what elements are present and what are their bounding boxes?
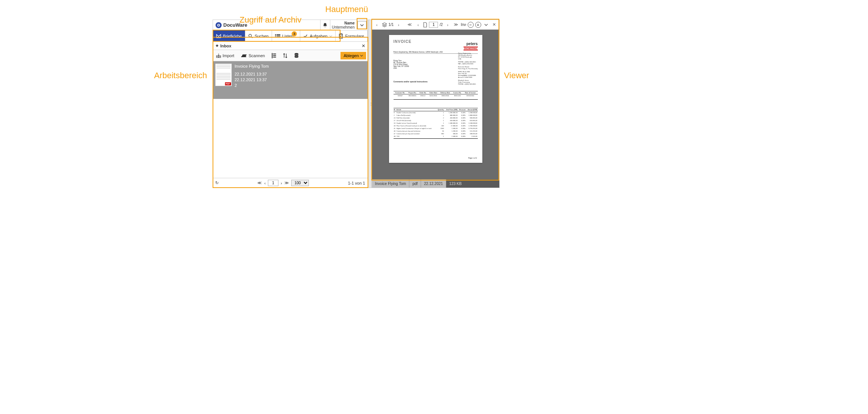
workspace-pane: DocuWare Name Unternehmen Briefkörbe Suc… xyxy=(213,20,368,188)
line-items-table: IDArticleQuantityUnit Price (US$)Discoun… xyxy=(394,108,478,138)
tab-lists[interactable]: Listen 3 xyxy=(272,30,300,41)
index-button[interactable] xyxy=(270,52,278,59)
last-page-button[interactable]: ≫ xyxy=(284,180,289,185)
main-tabs: Briefkörbe Suchen Listen 3 Aufgaben Form… xyxy=(213,30,368,42)
brand-label: DocuWare xyxy=(223,22,248,28)
document-date-2: 22.12.2021 13:37 xyxy=(235,77,269,83)
document-page-count: 2 xyxy=(235,83,269,88)
user-section: Name Unternehmen xyxy=(330,20,356,30)
svg-rect-6 xyxy=(277,34,280,35)
close-inbox-button[interactable]: ✕ xyxy=(362,43,365,49)
top-bar: DocuWare Name Unternehmen xyxy=(213,20,368,30)
next-page-button[interactable]: › xyxy=(281,181,282,185)
main-menu-button[interactable] xyxy=(357,21,366,29)
status-doc-name: Invoice Flying Tom xyxy=(372,179,410,188)
notifications-button[interactable] xyxy=(320,20,330,30)
list-icon xyxy=(275,34,280,38)
import-label: Import xyxy=(223,53,234,58)
tab-tasks[interactable]: Aufgaben xyxy=(300,30,336,41)
inbox-header: ★ Inbox ✕ xyxy=(213,42,368,50)
list-footer: ↻ ≪ ‹ › ≫ 100 1-1 von 1 xyxy=(213,178,368,188)
viewer-page-total: /2 xyxy=(439,23,442,27)
svg-rect-12 xyxy=(340,33,342,35)
viewer-doc-title: Invoice Flying xyxy=(461,23,466,27)
svg-rect-18 xyxy=(273,56,276,57)
chevron-down-icon xyxy=(484,23,488,27)
document-list: PDF Invoice Flying Tom 22.12.2021 13:37 … xyxy=(213,61,368,99)
svg-rect-7 xyxy=(275,35,276,36)
clipboard-icon xyxy=(339,33,343,39)
store-label: Ablegen xyxy=(344,53,359,58)
prev-page-button[interactable]: ‹ xyxy=(264,181,266,185)
annotation-hauptmenu: Hauptmenü xyxy=(325,5,368,14)
database-button[interactable] xyxy=(293,52,300,59)
viewer-pane: ‹ 1/1 › ≪ ‹ /2 › ≫ Invoice Flying − + ✕ … xyxy=(372,20,500,188)
splitter[interactable]: ⋮⋮ xyxy=(368,20,372,188)
scan-button[interactable]: Scannen xyxy=(240,53,266,59)
svg-rect-5 xyxy=(275,34,276,35)
database-icon xyxy=(294,53,299,58)
check-icon xyxy=(303,34,308,38)
tab-trays[interactable]: Briefkörbe xyxy=(213,30,245,41)
viewer-toolbar: ‹ 1/1 › ≪ ‹ /2 › ≫ Invoice Flying − + ✕ xyxy=(372,20,499,30)
viewer-page-input[interactable] xyxy=(429,22,438,28)
svg-line-4 xyxy=(251,36,252,38)
order-info-table: Customer No.Project No.Order No.Order Da… xyxy=(394,91,478,97)
viewer-statusbar: Invoice Flying Tom pdf 22.12.2021 123 KB xyxy=(372,179,499,188)
page-number-input[interactable] xyxy=(268,180,278,186)
zoom-in-button[interactable]: + xyxy=(475,22,481,28)
viewer-menu-button[interactable] xyxy=(483,21,489,28)
svg-rect-9 xyxy=(275,37,276,38)
tab-trays-label: Briefkörbe xyxy=(223,34,242,38)
prev-page-button-viewer[interactable]: ‹ xyxy=(415,21,421,28)
document-metadata: Invoice Flying Tom 22.12.2021 13:37 22.1… xyxy=(235,64,269,88)
logo-icon xyxy=(215,22,222,29)
svg-rect-17 xyxy=(273,55,276,56)
svg-rect-15 xyxy=(272,53,273,58)
next-page-button-viewer[interactable]: › xyxy=(444,21,451,28)
invoice-logo: peters ENGINEERING xyxy=(464,42,477,50)
document-thumbnail[interactable]: PDF xyxy=(215,64,232,86)
scanner-icon xyxy=(241,54,247,58)
user-org: Unternehmen xyxy=(332,25,355,29)
tab-tasks-label: Aufgaben xyxy=(310,34,327,38)
sort-icon xyxy=(283,53,287,58)
pdf-badge: PDF xyxy=(225,82,231,85)
search-icon xyxy=(248,34,253,38)
page-size-select[interactable]: 100 xyxy=(291,180,309,186)
chevron-down-icon xyxy=(360,23,364,27)
inbox-toolbar: Import Scannen Ablegen xyxy=(213,50,368,61)
prev-doc-button[interactable]: ‹ xyxy=(374,21,380,28)
page-icon xyxy=(423,22,427,27)
close-viewer-button[interactable]: ✕ xyxy=(491,21,498,28)
sort-button[interactable] xyxy=(281,52,289,59)
inbox-title: Inbox xyxy=(220,44,362,48)
first-page-button-viewer[interactable]: ≪ xyxy=(406,21,413,28)
company-info-block: Peters Engineering356 Meadow AvenueNY 12… xyxy=(458,52,477,85)
bell-icon xyxy=(322,23,328,28)
document-page: INVOICE peters ENGINEERING Peters Engine… xyxy=(389,35,482,163)
refresh-button[interactable]: ↻ xyxy=(215,180,219,185)
star-icon: ★ xyxy=(215,43,219,48)
tab-forms[interactable]: Formulare xyxy=(336,30,367,41)
next-doc-button[interactable]: › xyxy=(395,21,402,28)
scan-label: Scannen xyxy=(249,53,265,58)
first-page-button[interactable]: ≪ xyxy=(257,180,262,185)
svg-rect-10 xyxy=(277,37,280,38)
annotation-viewer: Viewer xyxy=(504,71,529,80)
tab-search[interactable]: Suchen xyxy=(245,30,272,41)
result-count: 1-1 von 1 xyxy=(348,181,365,185)
svg-point-3 xyxy=(249,34,251,37)
status-doc-size: 123 KB xyxy=(446,182,465,186)
zoom-out-button[interactable]: − xyxy=(468,22,474,28)
lists-badge: 3 xyxy=(292,31,297,36)
status-doc-date: 22.12.2021 xyxy=(421,179,446,188)
viewer-canvas[interactable]: INVOICE peters ENGINEERING Peters Engine… xyxy=(372,30,499,179)
svg-point-2 xyxy=(218,24,219,26)
import-button[interactable]: Import xyxy=(214,53,236,59)
tray-icon xyxy=(216,34,221,38)
store-button[interactable]: Ablegen xyxy=(341,52,366,59)
import-icon xyxy=(216,53,221,58)
last-page-button-viewer[interactable]: ≫ xyxy=(453,21,459,28)
doc-counter: 1/1 xyxy=(389,23,394,27)
